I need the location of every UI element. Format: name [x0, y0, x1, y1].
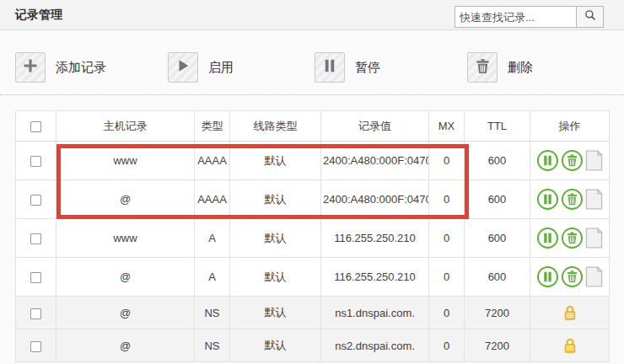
host-record-cell: @: [56, 329, 195, 362]
pause-record-icon[interactable]: [536, 188, 559, 211]
record-type-cell: A: [195, 258, 230, 297]
line-type-cell: 默认: [230, 329, 321, 362]
record-type-cell: NS: [195, 329, 230, 362]
actions-cell: [530, 258, 610, 297]
table-row: @ NS 默认 ns2.dnspai.com. 0 7200: [16, 329, 610, 362]
lock-icon: [563, 338, 577, 354]
record-value-cell: 2400:A480:000F:0470:0: [321, 180, 429, 219]
col-header-host: 主机记录: [56, 111, 195, 142]
col-header-type: 类型: [195, 111, 230, 142]
col-header-ttl: TTL: [465, 111, 530, 142]
add-record-label: 添加记录: [56, 60, 106, 76]
mx-cell: 0: [429, 219, 465, 258]
pause-record-icon[interactable]: [536, 265, 559, 288]
pause-group: 暂停: [315, 52, 380, 83]
delete-record-icon[interactable]: [561, 149, 584, 172]
ttl-cell: 600: [465, 258, 530, 297]
line-type-cell: 默认: [230, 297, 321, 329]
row-checkbox[interactable]: [30, 308, 41, 319]
row-checkbox[interactable]: [30, 233, 41, 244]
lock-icon: [563, 305, 577, 321]
table-row: www A 默认 116.255.250.210 0 600: [16, 219, 610, 258]
actions-cell: [530, 297, 610, 329]
row-checkbox[interactable]: [30, 156, 41, 167]
add-record-button[interactable]: [15, 52, 46, 83]
add-record-group: 添加记录: [15, 52, 106, 83]
actions-cell: [530, 219, 610, 258]
delete-button[interactable]: [467, 52, 498, 83]
search-input[interactable]: [455, 6, 577, 28]
row-checkbox-cell: [16, 219, 56, 258]
record-value-cell: ns1.dnspai.com.: [321, 297, 429, 329]
line-type-cell: 默认: [230, 219, 321, 258]
mx-cell: 0: [429, 142, 465, 180]
row-checkbox-cell: [16, 329, 56, 362]
active-actions: [530, 188, 609, 211]
row-checkbox[interactable]: [30, 195, 41, 206]
table-row: @ NS 默认 ns1.dnspai.com. 0 7200: [16, 297, 610, 329]
host-record-cell: www: [56, 142, 195, 180]
mx-cell: 0: [429, 297, 465, 329]
pause-record-icon[interactable]: [536, 149, 559, 172]
record-management-page: 记录管理 添加记录: [0, 0, 624, 364]
locked-actions: [530, 305, 609, 321]
title-bar: 记录管理: [0, 0, 624, 30]
record-type-cell: A: [195, 219, 230, 258]
pause-button[interactable]: [315, 52, 345, 83]
line-type-cell: 默认: [230, 180, 321, 219]
note-page-icon[interactable]: [585, 189, 603, 210]
note-page-icon[interactable]: [585, 228, 603, 249]
active-actions: [530, 227, 609, 249]
mx-cell: 0: [429, 258, 465, 297]
active-actions: [530, 149, 609, 172]
records-table: 主机记录 类型 线路类型 记录值 MX TTL 操作 www AAAA 默认 2…: [15, 110, 610, 362]
table-row: www AAAA 默认 2400:A480:000F:0470:0 0 600: [16, 142, 610, 180]
col-header-line: 线路类型: [230, 111, 321, 142]
row-checkbox-cell: [16, 142, 56, 180]
locked-actions: [530, 338, 609, 354]
ttl-cell: 600: [465, 180, 530, 219]
trash-icon: [475, 58, 491, 78]
delete-record-icon[interactable]: [561, 265, 584, 288]
pause-record-icon[interactable]: [536, 227, 559, 249]
delete-group: 删除: [467, 52, 533, 83]
line-type-cell: 默认: [230, 258, 321, 297]
col-header-actions: 操作: [530, 111, 610, 142]
host-record-cell: @: [56, 258, 195, 297]
enable-group: 启用: [168, 52, 234, 83]
plus-icon: [22, 57, 39, 78]
col-header-value: 记录值: [321, 111, 429, 142]
host-record-cell: @: [56, 180, 195, 219]
table-row: @ AAAA 默认 2400:A480:000F:0470:0 0 600: [16, 180, 610, 219]
record-value-cell: 2400:A480:000F:0470:0: [321, 142, 429, 180]
record-value-cell: 116.255.250.210: [321, 219, 429, 258]
header-checkbox-cell: [16, 111, 56, 142]
pause-icon: [322, 58, 337, 77]
record-value-cell: ns2.dnspai.com.: [321, 329, 429, 362]
row-checkbox-cell: [16, 180, 56, 219]
row-checkbox[interactable]: [30, 341, 41, 352]
pause-label: 暂停: [355, 60, 380, 76]
search-icon: [584, 9, 596, 24]
row-checkbox[interactable]: [30, 272, 41, 283]
row-checkbox-cell: [16, 297, 56, 329]
actions-cell: [530, 180, 610, 219]
delete-record-icon[interactable]: [561, 227, 584, 249]
note-page-icon[interactable]: [585, 266, 603, 287]
delete-record-icon[interactable]: [561, 188, 584, 211]
enable-label: 启用: [208, 60, 234, 76]
row-checkbox-cell: [16, 258, 56, 297]
active-actions: [530, 265, 609, 288]
line-type-cell: 默认: [230, 142, 321, 180]
ttl-cell: 600: [465, 219, 530, 258]
host-record-cell: @: [56, 297, 195, 329]
enable-button[interactable]: [168, 52, 198, 83]
page-title: 记录管理: [15, 0, 62, 29]
search-button[interactable]: [577, 6, 604, 28]
ttl-cell: 600: [465, 142, 530, 180]
search-group: [455, 6, 604, 28]
record-type-cell: AAAA: [195, 180, 230, 219]
toolbar: 添加记录 启用 暂停: [0, 31, 624, 95]
note-page-icon[interactable]: [585, 150, 603, 171]
select-all-checkbox[interactable]: [30, 121, 41, 132]
